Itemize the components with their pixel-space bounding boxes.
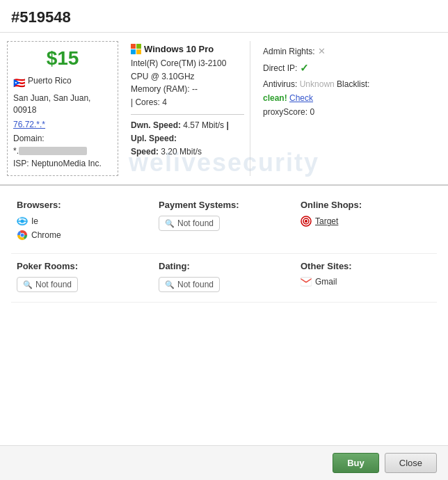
svg-point-8	[21, 234, 24, 237]
svg-text:e: e	[19, 216, 21, 221]
ie-icon: e	[17, 216, 28, 227]
domain-blurred: ████████████	[19, 147, 87, 155]
ie-label: Ie	[31, 216, 38, 226]
ip-address-link[interactable]: 76.72.*.*	[13, 120, 45, 129]
direct-ip-icon: ✓	[300, 59, 309, 77]
gmail-item: Gmail	[301, 277, 431, 287]
categories-section: Browsers: e Ie	[0, 186, 448, 445]
antivirus-label: Antivirus:	[263, 79, 297, 89]
svg-point-3	[21, 220, 24, 223]
proxy-label: proxyScore:	[263, 107, 307, 117]
antivirus-value: Unknown	[300, 79, 335, 89]
svg-point-11	[305, 220, 307, 223]
gmail-label: Gmail	[315, 277, 337, 287]
country-flag: 🇵🇷	[13, 77, 25, 88]
main-info: $15 🇵🇷 Puerto Rico San Juan, San Juan, 0…	[0, 33, 448, 186]
chrome-item: Chrome	[17, 230, 147, 241]
browsers-cell: Browsers: e Ie	[11, 193, 153, 254]
other-sites-label: Other Sites:	[301, 261, 431, 271]
direct-ip-label: Direct IP:	[263, 61, 297, 75]
payment-not-found-text: Not found	[177, 218, 214, 228]
os-name: Windows 10 Pro	[144, 44, 214, 54]
buy-button[interactable]: Buy	[333, 453, 379, 473]
other-sites-cell: Other Sites: Gmail	[295, 254, 437, 303]
check-link[interactable]: Check	[289, 93, 313, 103]
online-shops-label: Online Shops:	[301, 200, 431, 210]
dating-not-found-badge: 🔍 Not found	[159, 277, 220, 292]
download-label: Dwn. Speed:	[131, 120, 181, 130]
proxy-value: 0	[310, 107, 314, 117]
dating-cell: Dating: 🔍 Not found	[153, 254, 295, 303]
payment-label: Payment Systems:	[159, 200, 289, 210]
poker-cell: Poker Rooms: 🔍 Not found	[11, 254, 153, 303]
target-icon	[301, 216, 312, 227]
chrome-icon	[17, 230, 28, 241]
flag-row: 🇵🇷 Puerto Rico	[13, 75, 72, 91]
upload-label2: Speed:	[131, 147, 159, 157]
browsers-label: Browsers:	[17, 200, 147, 210]
poker-search-icon: 🔍	[23, 280, 33, 289]
target-label: Target	[315, 216, 338, 226]
dating-search-icon: 🔍	[165, 280, 175, 289]
clean-row: clean! Check	[263, 91, 435, 105]
page-container: #519548 $15 🇵🇷 Puerto Rico San Juan, San…	[0, 0, 448, 480]
proxy-row: proxyScore: 0	[263, 105, 435, 119]
admin-rights-label: Admin Rights:	[263, 45, 315, 58]
system-info-col: Windows 10 Pro Intel(R) Core(TM) i3-2100…	[125, 41, 250, 176]
windows-icon	[131, 44, 141, 54]
download-value: 4.57 Mbit/s	[183, 120, 224, 130]
close-button[interactable]: Close	[385, 453, 437, 473]
divider	[131, 114, 244, 115]
chrome-label: Chrome	[31, 230, 61, 240]
antivirus-row: Antivirus: Unknown Blacklist:	[263, 77, 435, 91]
payment-search-icon: 🔍	[165, 219, 175, 228]
target-item: Target	[301, 216, 431, 227]
title-bar: #519548	[0, 0, 448, 33]
rights-col: Admin Rights: ✕ Direct IP: ✓ Antivirus: …	[257, 41, 441, 176]
cpu-text: Intel(R) Core(TM) i3-2100 CPU @ 3.10GHz …	[131, 57, 244, 109]
dating-label: Dating:	[159, 261, 289, 271]
poker-not-found-badge: 🔍 Not found	[17, 277, 78, 292]
payment-not-found-badge: 🔍 Not found	[159, 216, 220, 231]
country-name: Puerto Rico	[28, 75, 72, 87]
admin-rights-icon: ✕	[318, 44, 326, 59]
city-text: San Juan, San Juan, 00918	[13, 93, 90, 116]
footer-bar: Buy Close	[0, 445, 448, 480]
admin-rights-row: Admin Rights: ✕	[263, 44, 435, 59]
gmail-icon	[301, 277, 312, 287]
poker-label: Poker Rooms:	[17, 261, 147, 271]
categories-grid: Browsers: e Ie	[11, 193, 437, 303]
price-value: $15	[13, 47, 112, 70]
isp-text: ISP: NeptunoMedia Inc.	[13, 157, 102, 170]
dating-not-found-text: Not found	[177, 280, 214, 289]
price-location-col: $15 🇵🇷 Puerto Rico San Juan, San Juan, 0…	[7, 41, 118, 176]
speed-section: Dwn. Speed: 4.57 Mbit/s | Upl. Speed: Sp…	[131, 119, 244, 158]
ie-item: e Ie	[17, 216, 147, 227]
poker-not-found-text: Not found	[35, 280, 72, 289]
os-logo-row: Windows 10 Pro	[131, 44, 244, 54]
clean-label: clean!	[263, 93, 287, 103]
domain-text: Domain: *.████████████	[13, 132, 112, 157]
upload-value: 3.20 Mbit/s	[161, 147, 202, 157]
direct-ip-row: Direct IP: ✓	[263, 59, 435, 77]
online-shops-cell: Online Shops: Target	[295, 193, 437, 254]
payment-cell: Payment Systems: 🔍 Not found	[153, 193, 295, 254]
page-title: #519548	[11, 8, 437, 26]
blacklist-label: Blacklist:	[337, 79, 369, 89]
